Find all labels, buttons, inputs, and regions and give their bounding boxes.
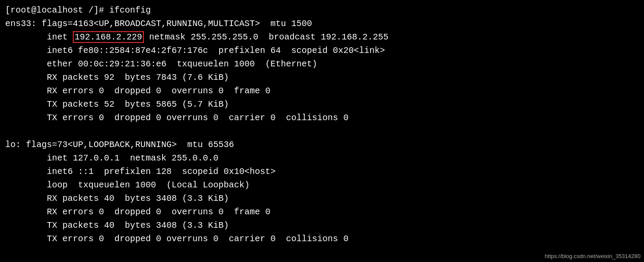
ens33-inet-prefix: inet xyxy=(5,32,73,42)
watermark: https://blog.csdn.net/weixin_35314280 xyxy=(545,253,641,259)
lo-flags-line: lo: flags=73<UP,LOOPBACK,RUNNING> mtu 65… xyxy=(5,138,639,151)
lo-rx-errors-line: RX errors 0 dropped 0 overruns 0 frame 0 xyxy=(5,205,639,219)
ens33-inet-line: inet 192.168.2.229 netmask 255.255.255.0… xyxy=(5,30,639,44)
ens33-ether-line: ether 00:0c:29:21:36:e6 txqueuelen 1000 … xyxy=(5,57,639,71)
lo-inet6-line: inet6 ::1 prefixlen 128 scopeid 0x10<hos… xyxy=(5,165,639,178)
ens33-flags-line: ens33: flags=4163<UP,BROADCAST,RUNNING,M… xyxy=(5,17,639,30)
lo-rx-bytes-line: RX packets 40 bytes 3408 (3.3 KiB) xyxy=(5,192,639,205)
terminal-window: [root@localhost /]# ifconfig ens33: flag… xyxy=(0,0,644,249)
ens33-tx-errors-line: TX errors 0 dropped 0 overruns 0 carrier… xyxy=(5,111,639,124)
lo-tx-errors-line: TX errors 0 dropped 0 overruns 0 carrier… xyxy=(5,232,639,246)
ens33-inet-suffix: netmask 255.255.255.0 broadcast 192.168.… xyxy=(144,32,388,42)
lo-tx-bytes-line: TX packets 40 bytes 3408 (3.3 KiB) xyxy=(5,219,639,232)
section-gap xyxy=(5,124,639,138)
ens33-ip-highlight: 192.168.2.229 xyxy=(73,31,144,43)
ens33-rx-errors-line: RX errors 0 dropped 0 overruns 0 frame 0 xyxy=(5,84,639,98)
ens33-inet6-line: inet6 fe80::2584:87e4:2f67:176c prefixle… xyxy=(5,44,639,57)
lo-loop-line: loop txqueuelen 1000 (Local Loopback) xyxy=(5,178,639,192)
lo-inet-line: inet 127.0.0.1 netmask 255.0.0.0 xyxy=(5,151,639,165)
ens33-tx-bytes-line: TX packets 52 bytes 5865 (5.7 KiB) xyxy=(5,98,639,111)
ens33-rx-bytes-line: RX packets 92 bytes 7843 (7.6 KiB) xyxy=(5,71,639,84)
prompt-line: [root@localhost /]# ifconfig xyxy=(5,3,639,17)
